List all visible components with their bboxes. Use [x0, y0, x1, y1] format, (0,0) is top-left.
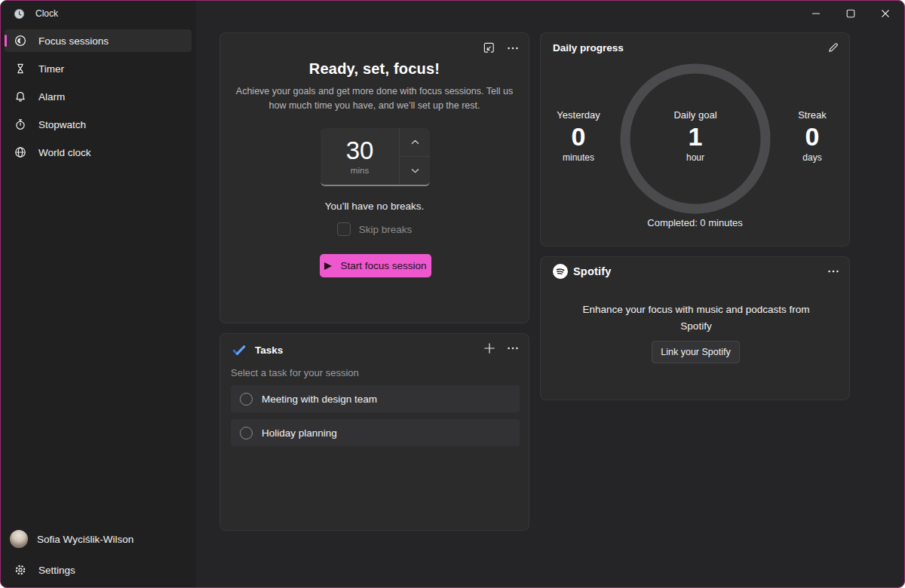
- duration-unit: mins: [351, 166, 369, 175]
- focus-title: Ready, set, focus!: [220, 60, 529, 78]
- task-radio[interactable]: [240, 427, 253, 439]
- stat-unit: minutes: [541, 152, 616, 163]
- sidebar-item-settings[interactable]: Settings: [5, 556, 192, 584]
- skip-breaks-row: Skip breaks: [220, 222, 529, 236]
- avatar: [10, 530, 28, 548]
- sidebar-item-label: Alarm: [38, 91, 65, 103]
- increase-duration-button[interactable]: [400, 128, 430, 156]
- duration-value-cell[interactable]: 30 mins: [321, 128, 399, 185]
- stat-daily-goal: Daily goal 1 hour: [658, 109, 733, 163]
- tasks-card: Tasks Select a task for your session Mee…: [219, 333, 529, 531]
- focus-description: Achieve your goals and get more done wit…: [230, 84, 520, 114]
- task-label: Meeting with design team: [262, 394, 377, 405]
- task-item[interactable]: Meeting with design team: [231, 385, 520, 412]
- stat-unit: days: [775, 152, 850, 163]
- clock-app-icon: [14, 8, 26, 20]
- duration-value: 30: [346, 138, 374, 163]
- tasks-subtitle: Select a task for your session: [231, 367, 359, 378]
- sidebar-item-focus-sessions[interactable]: Focus sessions: [5, 29, 192, 52]
- gear-icon: [14, 564, 26, 576]
- stopwatch-icon: [14, 118, 26, 130]
- stat-value: 1: [658, 122, 733, 152]
- stat-value: 0: [541, 122, 616, 152]
- stat-label: Daily goal: [658, 109, 733, 121]
- task-radio[interactable]: [240, 393, 253, 406]
- sidebar-item-alarm[interactable]: Alarm: [5, 85, 192, 108]
- clock-app-window: Clock Focus sessions Timer Alarm: [0, 0, 905, 588]
- stat-label: Yesterday: [541, 109, 616, 121]
- sidebar-item-label: Timer: [38, 63, 64, 75]
- user-name: Sofia Wyciślik-Wilson: [37, 534, 133, 545]
- skip-breaks-checkbox[interactable]: [337, 222, 351, 236]
- window-controls: [799, 2, 903, 25]
- close-button[interactable]: [868, 2, 903, 25]
- focus-setup-card: Ready, set, focus! Achieve your goals an…: [219, 32, 529, 323]
- sidebar-item-world-clock[interactable]: World clock: [5, 141, 192, 164]
- app-title: Clock: [35, 8, 58, 19]
- tasks-title: Tasks: [255, 345, 283, 356]
- breaks-note: You’ll have no breaks.: [220, 201, 529, 212]
- more-options-icon[interactable]: [507, 342, 519, 354]
- start-button-label: Start focus session: [340, 260, 426, 271]
- more-options-icon[interactable]: [827, 265, 839, 277]
- sidebar-item-label: Focus sessions: [38, 35, 109, 47]
- stat-value: 0: [775, 122, 850, 152]
- globe-icon: [14, 146, 26, 158]
- duration-stepper: 30 mins: [321, 128, 430, 186]
- todo-check-icon: [232, 343, 246, 357]
- spotify-brand: Spotify: [573, 265, 612, 277]
- play-icon: [324, 262, 332, 270]
- user-profile[interactable]: Sofia Wyciślik-Wilson: [5, 522, 192, 556]
- task-label: Holiday planning: [262, 427, 337, 439]
- more-options-icon[interactable]: [507, 42, 519, 54]
- spotify-card: Spotify Enhance your focus with music an…: [540, 256, 850, 400]
- sidebar-item-label: Stopwatch: [38, 119, 86, 130]
- settings-label: Settings: [38, 565, 75, 576]
- edit-goal-icon[interactable]: [827, 41, 839, 54]
- stat-streak: Streak 0 days: [775, 109, 850, 163]
- maximize-button[interactable]: [833, 2, 868, 25]
- stat-yesterday: Yesterday 0 minutes: [541, 109, 616, 163]
- completed-summary: Completed: 0 minutes: [541, 217, 849, 228]
- stat-unit: hour: [658, 152, 733, 163]
- sidebar-item-label: World clock: [38, 147, 91, 158]
- skip-breaks-label: Skip breaks: [359, 224, 413, 235]
- mini-view-icon[interactable]: [483, 41, 495, 54]
- minimize-button[interactable]: [799, 2, 833, 25]
- sidebar-item-stopwatch[interactable]: Stopwatch: [5, 113, 192, 136]
- sidebar: Clock Focus sessions Timer Alarm: [1, 1, 196, 587]
- task-item[interactable]: Holiday planning: [231, 419, 520, 446]
- start-focus-session-button[interactable]: Start focus session: [320, 254, 431, 277]
- stat-label: Streak: [775, 109, 850, 121]
- sidebar-item-timer[interactable]: Timer: [5, 57, 192, 80]
- titlebar: Clock: [1, 1, 58, 26]
- add-task-icon[interactable]: [483, 342, 495, 354]
- link-spotify-button[interactable]: Link your Spotify: [652, 341, 740, 363]
- sidebar-bottom: Sofia Wyciślik-Wilson Settings: [5, 522, 192, 584]
- daily-progress-card: Daily progress Yesterday 0 minutes Daily…: [540, 32, 850, 247]
- decrease-duration-button[interactable]: [400, 156, 430, 185]
- hourglass-icon: [14, 63, 26, 75]
- bell-icon: [14, 90, 26, 103]
- focus-sessions-icon: [14, 35, 26, 47]
- spotify-description: Enhance your focus with music and podcas…: [575, 302, 817, 334]
- daily-progress-title: Daily progress: [553, 42, 624, 54]
- spotify-logo-icon: [553, 264, 568, 279]
- sidebar-nav: Focus sessions Timer Alarm Stopwatch: [5, 29, 192, 169]
